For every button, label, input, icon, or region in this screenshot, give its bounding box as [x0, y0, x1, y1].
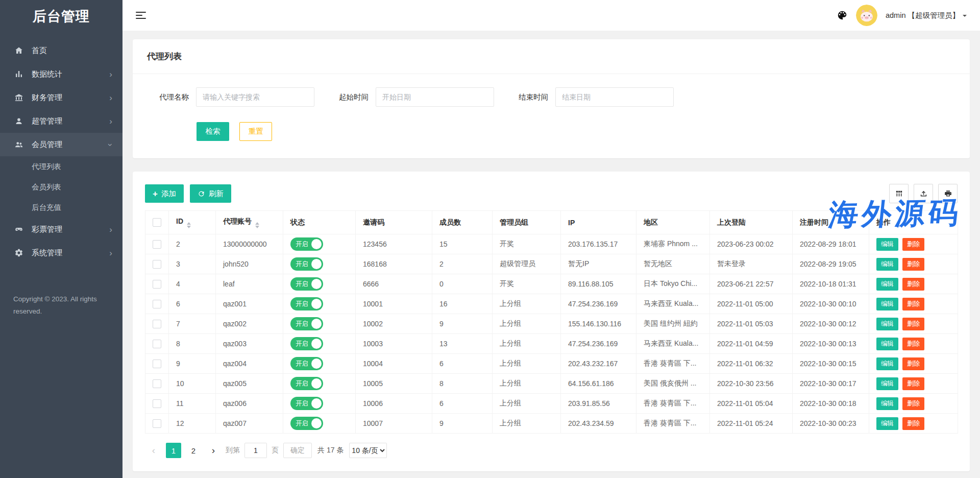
sidebar-item-0[interactable]: 首页 — [0, 39, 122, 62]
columns-filter-button[interactable] — [889, 184, 909, 203]
gamepad-icon — [14, 225, 23, 234]
next-page-button[interactable]: › — [206, 443, 221, 458]
edit-button[interactable]: 编辑 — [876, 417, 898, 430]
status-toggle[interactable]: 开启 — [290, 417, 323, 430]
column-header[interactable]: ID — [169, 211, 216, 234]
column-header: 操作 — [869, 211, 958, 234]
cell-checkbox — [145, 314, 169, 334]
column-header: 状态 — [283, 211, 356, 234]
cell-checkbox — [145, 234, 169, 254]
edit-button[interactable]: 编辑 — [876, 258, 898, 271]
cell-invite-code: 123456 — [356, 234, 432, 254]
refresh-button[interactable]: 刷新 — [190, 184, 231, 203]
sidebar-item-4[interactable]: 会员管理› — [0, 133, 122, 156]
cell-last-login: 2023-06-23 00:02 — [710, 234, 793, 254]
row-checkbox[interactable] — [153, 320, 161, 328]
edit-button[interactable]: 编辑 — [876, 357, 898, 370]
print-button[interactable] — [938, 184, 958, 203]
sidebar-subitem-7[interactable]: 后台充值 — [0, 197, 122, 218]
delete-button[interactable]: 删除 — [902, 338, 924, 350]
cell-reg-time: 2022-10-18 01:31 — [793, 274, 869, 294]
start-date-input[interactable] — [376, 87, 494, 107]
delete-button[interactable]: 删除 — [902, 238, 924, 251]
row-checkbox[interactable] — [153, 280, 161, 289]
sort-icon[interactable] — [187, 222, 191, 228]
page-number[interactable]: 1 — [166, 443, 181, 458]
edit-button[interactable]: 编辑 — [876, 238, 898, 251]
table-row: 3john520开启1681682超级管理员暂无IP暂无地区暂未登录2022-0… — [145, 254, 958, 274]
status-toggle[interactable]: 开启 — [290, 357, 323, 370]
row-checkbox[interactable] — [153, 240, 161, 249]
status-toggle[interactable]: 开启 — [290, 337, 323, 350]
delete-button[interactable]: 删除 — [902, 298, 924, 310]
prev-page-button[interactable]: ‹ — [146, 443, 161, 458]
per-page-select[interactable]: 10 条/页 — [349, 443, 387, 458]
delete-button[interactable]: 删除 — [902, 258, 924, 271]
user-menu[interactable]: admin 【超级管理员】 — [886, 11, 967, 20]
edit-button[interactable]: 编辑 — [876, 278, 898, 291]
delete-button[interactable]: 删除 — [902, 357, 924, 370]
delete-button[interactable]: 删除 — [902, 397, 924, 410]
agent-name-input[interactable] — [196, 87, 314, 107]
row-checkbox[interactable] — [153, 419, 161, 428]
edit-button[interactable]: 编辑 — [876, 338, 898, 350]
export-button[interactable] — [914, 184, 933, 203]
delete-button[interactable]: 删除 — [902, 318, 924, 330]
avatar[interactable] — [856, 5, 877, 26]
status-toggle-label: 开启 — [296, 379, 308, 388]
jump-page-input[interactable] — [244, 443, 267, 458]
cell-actions: 编辑删除 — [869, 374, 958, 394]
add-button[interactable]: + 添加 — [145, 184, 184, 203]
theme-palette-icon[interactable] — [837, 10, 848, 21]
cell-checkbox — [145, 354, 169, 374]
row-checkbox[interactable] — [153, 300, 161, 308]
sidebar-item-1[interactable]: 数据统计› — [0, 62, 122, 86]
row-checkbox[interactable] — [153, 360, 161, 368]
edit-button[interactable]: 编辑 — [876, 397, 898, 410]
status-toggle-label: 开启 — [296, 419, 308, 428]
row-checkbox[interactable] — [153, 340, 161, 348]
sidebar-item-9[interactable]: 系统管理› — [0, 241, 122, 265]
status-toggle[interactable]: 开启 — [290, 237, 323, 251]
cell-region: 暂无地区 — [636, 254, 710, 274]
row-checkbox[interactable] — [153, 260, 161, 269]
sidebar-item-8[interactable]: 彩票管理› — [0, 218, 122, 241]
chevron-right-icon: › — [109, 225, 112, 234]
menu-toggle-icon[interactable] — [136, 12, 146, 19]
cell-region: 美国 俄亥俄州 ... — [636, 374, 710, 394]
select-all-checkbox[interactable] — [153, 218, 161, 227]
reset-button[interactable]: 重置 — [239, 122, 272, 141]
sort-icon[interactable] — [255, 222, 259, 228]
row-checkbox[interactable] — [153, 399, 161, 408]
status-toggle[interactable]: 开启 — [290, 277, 323, 291]
search-button[interactable]: 检索 — [197, 122, 229, 141]
cell-ip: 暂无IP — [561, 254, 636, 274]
status-toggle[interactable]: 开启 — [290, 257, 323, 271]
edit-button[interactable]: 编辑 — [876, 298, 898, 310]
edit-button[interactable]: 编辑 — [876, 318, 898, 330]
row-checkbox[interactable] — [153, 379, 161, 388]
confirm-button[interactable]: 确定 — [283, 443, 312, 458]
delete-button[interactable]: 删除 — [902, 377, 924, 390]
sidebar-subitem-6[interactable]: 会员列表 — [0, 177, 122, 197]
status-toggle[interactable]: 开启 — [290, 317, 323, 330]
end-time-field: 结束时间 — [519, 87, 674, 107]
cell-account: john520 — [216, 254, 283, 274]
content: 代理列表 代理名称 起始时间 结束时间 — [122, 31, 980, 478]
cell-ip: 202.43.234.59 — [561, 414, 636, 434]
column-header[interactable]: 代理账号 — [216, 211, 283, 234]
status-toggle[interactable]: 开启 — [290, 377, 323, 390]
sidebar-subitem-5[interactable]: 代理列表 — [0, 156, 122, 177]
delete-button[interactable]: 删除 — [902, 278, 924, 291]
end-date-input[interactable] — [555, 87, 674, 107]
page-number[interactable]: 2 — [186, 443, 201, 458]
cell-last-login: 2023-06-21 22:57 — [710, 274, 793, 294]
delete-button[interactable]: 删除 — [902, 417, 924, 430]
status-toggle[interactable]: 开启 — [290, 397, 323, 410]
sidebar-item-3[interactable]: 超管管理› — [0, 109, 122, 133]
sidebar-item-2[interactable]: 财务管理› — [0, 86, 122, 109]
plus-icon: + — [153, 189, 158, 198]
cell-account: qaz005 — [216, 374, 283, 394]
status-toggle[interactable]: 开启 — [290, 297, 323, 310]
edit-button[interactable]: 编辑 — [876, 377, 898, 390]
